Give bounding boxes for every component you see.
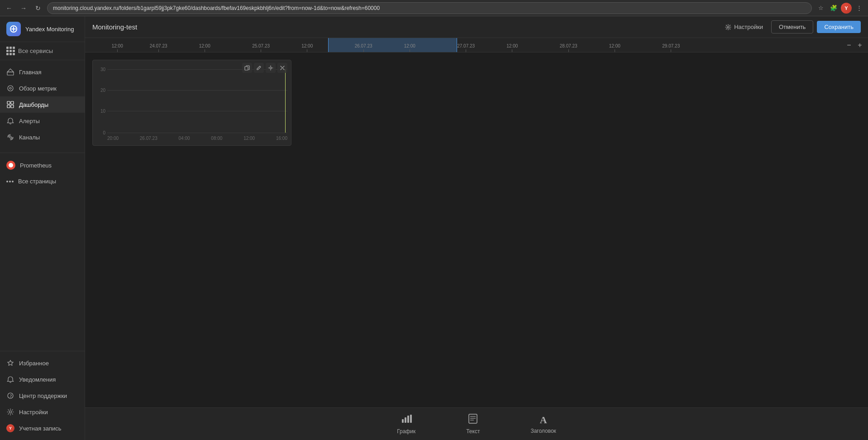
timeline-tick-0: 12:00	[112, 43, 123, 52]
svg-rect-3	[7, 72, 14, 75]
app-container: Yandex Monitoring Все сервисы Главная	[0, 16, 868, 440]
extension-button[interactable]: 🧩	[828, 3, 839, 14]
timeline-content: 12:00 24.07.23 12:00 25.07.23 12:00	[85, 38, 844, 52]
dashboard-title: Monitoring-test	[92, 23, 715, 31]
widget-settings-button[interactable]	[266, 63, 276, 73]
prometheus-icon	[6, 161, 15, 170]
timeline-label-0: 12:00	[112, 43, 123, 48]
timeline-tick-10: 12:00	[609, 43, 620, 52]
channels-label: Каналы	[19, 134, 40, 141]
dashboards-icon	[6, 100, 14, 109]
cancel-button[interactable]: Отменить	[771, 20, 813, 33]
timeline-label-10: 12:00	[609, 43, 620, 48]
svg-rect-6	[7, 101, 10, 104]
timeline-zoom-controls: − +	[844, 41, 868, 50]
sidebar-item-support[interactable]: Центр поддержки	[0, 387, 85, 404]
timeline-bar[interactable]: 12:00 24.07.23 12:00 25.07.23 12:00	[85, 38, 868, 53]
svg-rect-17	[402, 419, 404, 423]
y-label-10: 10	[100, 109, 105, 114]
sidebar-item-channels[interactable]: Каналы	[0, 129, 85, 145]
svg-rect-18	[405, 417, 406, 423]
svg-point-16	[270, 67, 272, 69]
svg-point-10	[10, 136, 11, 138]
chart-time-indicator	[285, 69, 286, 133]
notifications-icon	[6, 375, 14, 383]
y-label-0: 0	[103, 130, 105, 135]
svg-rect-15	[245, 67, 248, 70]
home-icon	[6, 68, 14, 76]
widget-chart: 30 20 10 0	[92, 60, 291, 146]
brand-logo	[6, 22, 21, 36]
timeline-label-11: 29.07.23	[662, 43, 680, 48]
sidebar-item-notifications[interactable]: Уведомления	[0, 371, 85, 387]
sidebar-item-settings[interactable]: Настройки	[0, 404, 85, 420]
url-bar[interactable]: monitoring.cloud.yandex.ru/folders/b1gar…	[47, 2, 812, 14]
timeline-label-1: 24.07.23	[150, 43, 167, 48]
y-label-20: 20	[100, 88, 105, 93]
sidebar-item-prometheus[interactable]: Prometheus	[0, 157, 85, 174]
home-label: Главная	[19, 69, 41, 76]
favorites-label: Избранное	[19, 360, 49, 367]
zoom-in-button[interactable]: +	[855, 41, 864, 50]
widget-edit-button[interactable]	[254, 63, 264, 73]
timeline-tick-3: 25.07.23	[252, 43, 270, 52]
save-button[interactable]: Сохранить	[817, 21, 861, 33]
sidebar-item-metrics[interactable]: Обзор метрик	[0, 80, 85, 96]
edit-icon	[256, 65, 262, 71]
sidebar-item-account[interactable]: Y Учетная запись	[0, 420, 85, 436]
svg-point-4	[8, 86, 13, 91]
sidebar-item-favorites[interactable]: Избранное	[0, 355, 85, 371]
browser-chrome: ← → ↻ monitoring.cloud.yandex.ru/folders…	[0, 0, 868, 16]
widget-toolbar	[242, 63, 287, 73]
svg-point-12	[10, 397, 11, 398]
x-label-2: 04:00	[179, 136, 190, 141]
svg-point-14	[727, 26, 729, 28]
settings-icon	[6, 408, 14, 416]
settings-label: Настройки	[19, 409, 48, 416]
all-services-label: Все сервисы	[18, 48, 53, 54]
dashboard-canvas[interactable]: 30 20 10 0	[85, 53, 868, 407]
x-label-0: 20:00	[107, 136, 119, 141]
widget-type-graph-button[interactable]: График	[390, 410, 423, 438]
alerts-label: Алерты	[19, 118, 40, 124]
timeline-tick-6: 12:00	[404, 43, 415, 52]
sidebar-item-all-services[interactable]: Все сервисы	[0, 42, 85, 60]
profile-button[interactable]: Y	[841, 3, 852, 14]
sidebar-item-all-pages[interactable]: Все страницы	[0, 174, 85, 189]
copy-icon	[244, 65, 250, 71]
sidebar-brand[interactable]: Yandex Monitoring	[0, 16, 85, 42]
text-label: Текст	[466, 428, 480, 435]
account-label: Учетная запись	[19, 425, 62, 432]
main-content: Monitoring-test Настройки Отменить Сохра…	[85, 16, 868, 440]
widget-close-button[interactable]	[277, 63, 287, 73]
widget-type-text-button[interactable]: Текст	[459, 410, 487, 438]
back-button[interactable]: ←	[4, 3, 14, 14]
account-icon: Y	[6, 424, 14, 432]
sidebar-item-dashboards[interactable]: Дашборды	[0, 96, 85, 113]
timeline-label-9: 28.07.23	[560, 43, 577, 48]
forward-button[interactable]: →	[18, 3, 29, 14]
notifications-label: Уведомления	[19, 376, 56, 383]
graph-icon	[401, 414, 412, 426]
user-avatar: Y	[841, 3, 852, 14]
url-text: monitoring.cloud.yandex.ru/folders/b1gar…	[53, 5, 380, 11]
all-pages-label: Все страницы	[18, 178, 56, 185]
widget-type-heading-button[interactable]: A Заголовок	[523, 411, 563, 438]
settings-button[interactable]: Настройки	[720, 21, 768, 33]
dashboards-label: Дашборды	[19, 101, 48, 108]
refresh-button[interactable]: ↻	[33, 3, 43, 14]
widget-copy-button[interactable]	[242, 63, 252, 73]
sidebar: Yandex Monitoring Все сервисы Главная	[0, 16, 85, 440]
menu-button[interactable]: ⋮	[854, 3, 864, 14]
timeline-tick-1: 24.07.23	[150, 43, 167, 52]
svg-rect-21	[469, 414, 477, 423]
support-icon	[6, 392, 14, 400]
channels-icon	[6, 133, 14, 141]
x-label-4: 12:00	[243, 136, 255, 141]
bookmark-button[interactable]: ☆	[816, 3, 826, 14]
sidebar-item-home[interactable]: Главная	[0, 64, 85, 80]
bottom-widget-bar: График Текст A Заголовок	[85, 407, 868, 440]
y-label-30: 30	[100, 67, 105, 72]
sidebar-item-alerts[interactable]: Алерты	[0, 113, 85, 129]
zoom-out-button[interactable]: −	[844, 41, 854, 50]
